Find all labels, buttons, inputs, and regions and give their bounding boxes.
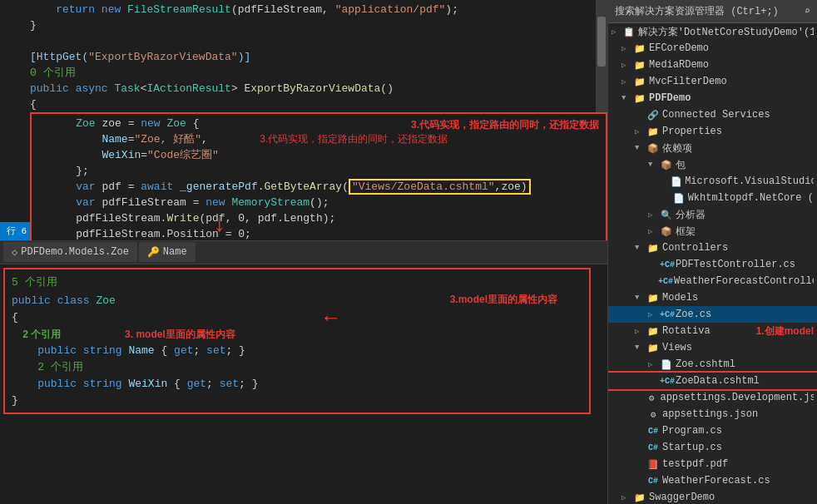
bottom-weixin-prop: public string WeiXin { get; set; } <box>5 376 589 393</box>
solution-header: 搜索解决方案资源管理器 (Ctrl+;) ⌕ <box>608 0 817 23</box>
tree-item-wkhtml[interactable]: 📄 Wkhtmltopdf.NetCore (… <box>608 190 817 206</box>
tree-item-pdfdemo[interactable]: ▼ 📁 PDFDemo <box>608 90 817 106</box>
tree-item-analyzer[interactable]: ▷ 🔍 分析器 <box>608 206 817 223</box>
code-line: WeiXin="Code综艺圈" <box>5 147 602 163</box>
scrollbar-thumb[interactable] <box>597 17 606 67</box>
tree-item-controllers[interactable]: ▼ 📁 Controllers <box>608 240 817 256</box>
code-line: }; <box>5 163 602 179</box>
tab-name-label: Name <box>163 246 187 258</box>
tree-item-zoe-cshtml[interactable]: ▷ 📄 Zoe.cshtml <box>608 356 817 373</box>
code-line: { <box>0 96 607 112</box>
annotation-label-model: 3.model里面的属性内容 <box>450 291 557 308</box>
annotation-label-3: 3.代码实现，指定路由的同时，还指定数据 <box>411 117 599 133</box>
code-line: pdfFileStream.Write(pdf, 0, pdf.Length); <box>5 210 602 226</box>
tree-item-models[interactable]: ▼ 📁 Models <box>608 289 817 306</box>
tab-icon: ◇ <box>12 246 17 259</box>
tree-item-packages[interactable]: ▼ 📦 包 <box>608 156 817 173</box>
tree-item-dependencies[interactable]: ▼ 📦 依赖项 <box>608 140 817 156</box>
solution-panel: 搜索解决方案资源管理器 (Ctrl+;) ⌕ ▷ 📋 解决方案'DotNetCo… <box>607 0 817 504</box>
tree-item-appsettings-dev[interactable]: ⚙ appsettings.Development.json <box>608 389 817 406</box>
tree-item-zoe-cs[interactable]: ▷ +C# Zoe.cs <box>608 306 817 323</box>
solution-search-icon[interactable]: ⌕ <box>805 5 810 17</box>
code-line: var pdfFileStream = new MemoryStream(); <box>5 195 602 210</box>
tree-item-pdfcontroller[interactable]: +C# PDFTestController.cs <box>608 256 817 273</box>
tree-item-swagger[interactable]: ▷ 📁 SwaggerDemo <box>608 489 817 504</box>
solution-search-label: 搜索解决方案资源管理器 (Ctrl+;) <box>615 4 779 18</box>
tree-item-program[interactable]: C# Program.cs <box>608 422 817 439</box>
editor-panel: return new FileStreamResult(pdfFileStrea… <box>0 0 607 504</box>
tree-item-testpdf[interactable]: 📕 testpdf.pdf <box>608 456 817 472</box>
tab-name[interactable]: 🔑 Name <box>139 242 196 262</box>
code-editor[interactable]: return new FileStreamResult(pdfFileStrea… <box>0 0 607 240</box>
tree-item-connected[interactable]: 🔗 Connected Services <box>608 106 817 123</box>
tree-item-appsettings[interactable]: ⚙ appsettings.json <box>608 406 817 422</box>
code-line: 0 个引用 <box>0 65 607 81</box>
tree-item-zoedata-cshtml[interactable]: +C# ZoeData.cshtml <box>608 373 817 389</box>
tree-item-efcore[interactable]: ▷ 📁 EFCoreDemo <box>608 40 817 57</box>
tree-item-mvcfilter[interactable]: ▷ 📁 MvcFilterDemo <box>608 73 817 90</box>
tree-item-properties[interactable]: ▷ 📁 Properties <box>608 123 817 140</box>
code-line: pdfFileStream.Position = 0; <box>5 226 602 240</box>
solution-tree[interactable]: ▷ 📋 解决方案'DotNetCoreStudyDemo'(12 ▷ 📁 EFC… <box>608 23 817 504</box>
arrow-left-indicator: ← <box>324 306 338 331</box>
bottom-brace-close: } <box>5 393 589 413</box>
tab-models-zoe[interactable]: ◇ PDFDemo.Models.Zoe <box>3 242 137 262</box>
code-area-top: return new FileStreamResult(pdfFileStrea… <box>0 0 607 240</box>
tree-item-views[interactable]: ▼ 📁 Views <box>608 339 817 356</box>
tree-item-media[interactable]: ▷ 📁 MediaRDemo <box>608 57 817 73</box>
code-line: Name="Zoe, 好酷", 3.代码实现，指定路由的同时，还指定数据 <box>5 131 602 147</box>
code-line: return new FileStreamResult(pdfFileStrea… <box>0 2 607 17</box>
connected-icon: 🔗 <box>646 110 660 121</box>
code-line: } <box>0 17 607 33</box>
tab-label: PDFDemo.Models.Zoe <box>21 246 129 258</box>
code-line: public async Task<IActionResult> ExportB… <box>0 81 607 96</box>
tree-item-weatherforecast[interactable]: C# WeatherForecast.cs <box>608 472 817 489</box>
tree-solution-root[interactable]: ▷ 📋 解决方案'DotNetCoreStudyDemo'(12 <box>608 23 817 40</box>
arrow-down-indicator: ↓ <box>212 210 227 239</box>
bottom-name-prop: public string Name { get; set; } <box>5 343 589 359</box>
tree-item-framework[interactable]: ▷ 📦 框架 <box>608 223 817 240</box>
bottom-class-def: public class Zoe 3.model里面的属性内容 <box>5 293 589 309</box>
annotation-container: 2 个引用 3. model里面的属性内容 <box>5 326 589 343</box>
tree-item-wfcontroller[interactable]: +C# WeatherForecastControlle... <box>608 273 817 289</box>
code-area-bottom: ← 5 个引用 public class Zoe 3.model里面的属性内容 … <box>0 264 607 505</box>
bottom-weixinref: 2 个引用 <box>5 359 589 376</box>
bottom-brace-open: { <box>5 309 589 326</box>
code-line: [HttpGet("ExportByRazorViewData")] <box>0 49 607 65</box>
tree-item-msvs[interactable]: 📄 Microsoft.VisualStudio.V... <box>608 173 817 190</box>
code-line: var pdf = await _generatePdf.GetByteArra… <box>5 179 602 195</box>
code-line <box>0 33 607 49</box>
tab-key-icon: 🔑 <box>147 246 160 259</box>
bottom-ref-count: 5 个引用 <box>5 273 589 293</box>
tree-item-startup[interactable]: C# Startup.cs <box>608 439 817 456</box>
tabs-bar: ◇ PDFDemo.Models.Zoe 🔑 Name <box>0 240 607 264</box>
annotation-create-model: 1.创建model <box>756 324 814 338</box>
